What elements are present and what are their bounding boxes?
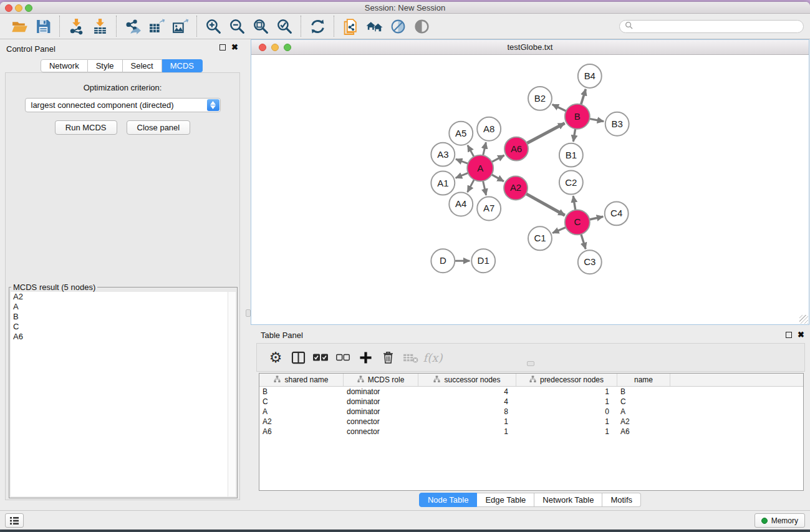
- cell[interactable]: B: [259, 387, 344, 397]
- zoom-in-icon[interactable]: [201, 16, 225, 36]
- zoom-out-icon[interactable]: [225, 16, 249, 36]
- close-panel-button[interactable]: Close panel: [127, 120, 191, 135]
- cell[interactable]: A6: [617, 427, 670, 437]
- table-row[interactable]: Bdominator41B: [259, 387, 803, 397]
- node-B[interactable]: B: [565, 104, 590, 129]
- edge-C-C2[interactable]: [573, 196, 576, 210]
- node-C1[interactable]: C1: [528, 226, 552, 250]
- edge-A-A8[interactable]: [483, 142, 486, 156]
- export-network-icon[interactable]: [121, 16, 145, 36]
- node-A1[interactable]: A1: [431, 172, 455, 195]
- network-canvas[interactable]: B4B2BB3A8A5A6A3B1AA1C2A2A4A7C4CC1C3DD1: [251, 56, 809, 324]
- node-A6[interactable]: A6: [504, 137, 528, 161]
- cyndex-icon[interactable]: [339, 16, 362, 36]
- edge-C-C4[interactable]: [589, 216, 603, 220]
- node-A5[interactable]: A5: [449, 122, 473, 145]
- tab-style[interactable]: Style: [88, 59, 123, 72]
- table-row[interactable]: Cdominator41C: [259, 397, 803, 407]
- run-mcds-button[interactable]: Run MCDS: [55, 120, 117, 135]
- node-A7[interactable]: A7: [477, 196, 501, 220]
- cell[interactable]: 8: [418, 407, 516, 417]
- task-history-button[interactable]: [5, 513, 24, 528]
- close-window-button[interactable]: [5, 4, 12, 12]
- cell[interactable]: A2: [617, 417, 670, 427]
- import-table-icon[interactable]: [88, 16, 112, 36]
- table-row[interactable]: Adominator80A: [259, 407, 803, 417]
- cell[interactable]: C: [617, 397, 670, 407]
- add-column-icon[interactable]: [354, 346, 377, 369]
- mcds-result-item[interactable]: B: [11, 312, 236, 322]
- split-handle[interactable]: [246, 309, 251, 317]
- zoom-fit-icon[interactable]: [249, 16, 272, 36]
- cell[interactable]: 1: [516, 427, 617, 437]
- gear-icon[interactable]: ⚙: [264, 346, 287, 369]
- import-network-icon[interactable]: [64, 16, 88, 36]
- home-icon[interactable]: [362, 16, 386, 36]
- edge-B-B4[interactable]: [581, 89, 586, 105]
- edge-C-C3[interactable]: [581, 233, 586, 249]
- column-visibility-icon[interactable]: [287, 346, 309, 369]
- node-A2[interactable]: A2: [504, 177, 528, 200]
- scrollbar[interactable]: [228, 292, 236, 496]
- node-A8[interactable]: A8: [477, 117, 501, 141]
- float-panel-icon[interactable]: [219, 44, 226, 51]
- cell[interactable]: B: [617, 387, 670, 397]
- node-A3[interactable]: A3: [431, 143, 455, 167]
- edge-A-A3[interactable]: [456, 159, 468, 163]
- float-table-panel-icon[interactable]: [786, 332, 792, 338]
- edge-B-B3[interactable]: [589, 118, 604, 121]
- tab-node-table[interactable]: Node Table: [419, 493, 478, 507]
- node-B2[interactable]: B2: [528, 87, 552, 110]
- tab-select[interactable]: Select: [123, 59, 162, 72]
- network-close-button[interactable]: [259, 44, 266, 51]
- cell[interactable]: dominator: [344, 397, 418, 407]
- column-header-name[interactable]: name: [617, 374, 670, 386]
- edge-A-A5[interactable]: [468, 145, 475, 157]
- table-row[interactable]: A6connector11A6: [259, 427, 803, 437]
- edge-A-A7[interactable]: [483, 180, 486, 195]
- memory-button[interactable]: Memory: [755, 513, 805, 528]
- edge-A-A1[interactable]: [456, 173, 469, 178]
- column-header-successor-nodes[interactable]: successor nodes: [418, 374, 516, 386]
- criterion-dropdown[interactable]: largest connected component (directed): [25, 98, 221, 112]
- edge-A2-C[interactable]: [526, 193, 565, 215]
- node-B1[interactable]: B1: [559, 143, 583, 167]
- cell[interactable]: dominator: [344, 387, 418, 397]
- mcds-result-item[interactable]: A6: [11, 332, 236, 342]
- network-zoom-button[interactable]: [284, 44, 291, 51]
- edge-A-A6[interactable]: [491, 155, 504, 162]
- edge-B-B1[interactable]: [573, 128, 575, 142]
- mcds-result-item[interactable]: A: [11, 302, 236, 312]
- cell[interactable]: 1: [516, 417, 617, 427]
- node-C2[interactable]: C2: [559, 171, 583, 195]
- search-input[interactable]: [636, 21, 803, 32]
- column-header-shared-name[interactable]: shared name: [259, 374, 344, 386]
- split-handle[interactable]: [527, 361, 534, 366]
- node-C4[interactable]: C4: [605, 201, 629, 225]
- tab-motifs[interactable]: Motifs: [602, 493, 641, 507]
- mcds-result-item[interactable]: C: [11, 322, 236, 332]
- cell[interactable]: 4: [418, 387, 516, 397]
- export-image-icon[interactable]: [168, 16, 192, 36]
- cell[interactable]: dominator: [344, 407, 418, 417]
- open-file-icon[interactable]: [7, 16, 31, 36]
- cell[interactable]: 4: [418, 397, 516, 407]
- column-header-predecessor-nodes[interactable]: predecessor nodes: [516, 374, 617, 386]
- cell[interactable]: 1: [516, 397, 617, 407]
- node-D[interactable]: D: [431, 249, 455, 273]
- zoom-selected-icon[interactable]: [272, 16, 296, 36]
- node-B3[interactable]: B3: [605, 112, 629, 136]
- cell[interactable]: 1: [418, 427, 516, 437]
- tab-mcds[interactable]: MCDS: [162, 59, 203, 72]
- node-B4[interactable]: B4: [578, 64, 602, 88]
- hide-panel-icon[interactable]: [386, 16, 410, 36]
- close-table-panel-icon[interactable]: ✖: [798, 332, 804, 338]
- node-C[interactable]: C: [565, 210, 590, 235]
- cell[interactable]: connector: [344, 417, 418, 427]
- table-row[interactable]: A2connector11A2: [259, 417, 803, 427]
- cell[interactable]: A2: [259, 417, 344, 427]
- resize-grip-icon[interactable]: [799, 315, 808, 324]
- column-header-MCDS-role[interactable]: MCDS role: [344, 374, 418, 386]
- tab-network-table[interactable]: Network Table: [534, 493, 602, 507]
- cell[interactable]: A: [259, 407, 344, 417]
